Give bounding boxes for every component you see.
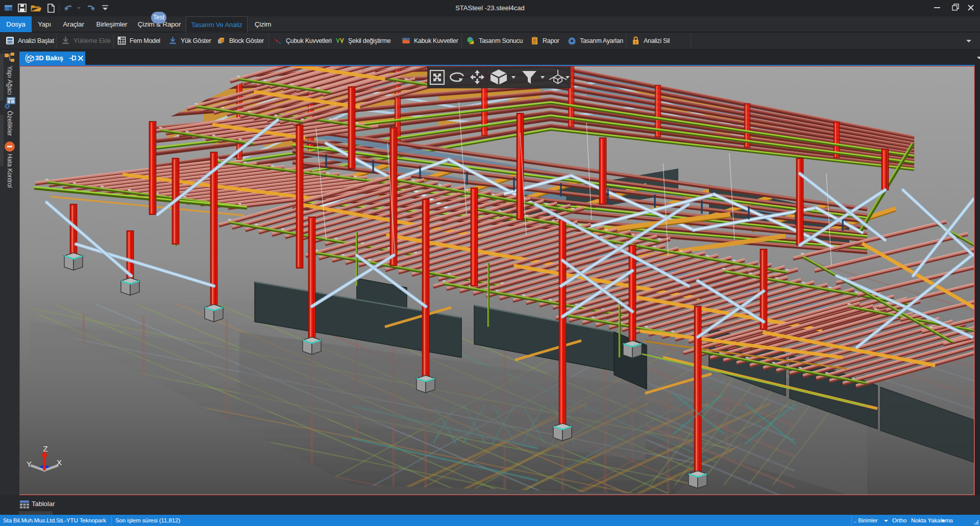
- svg-text:X: X: [57, 458, 62, 467]
- svg-text:Y: Y: [27, 460, 32, 468]
- svg-text:Z: Z: [43, 444, 47, 453]
